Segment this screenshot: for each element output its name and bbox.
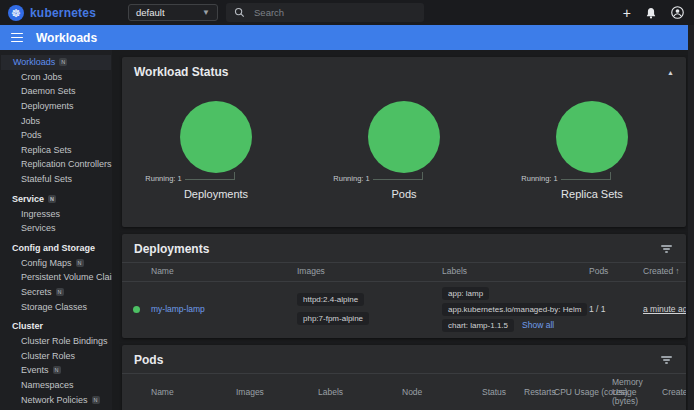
deployments-chart-title: Deployments [184, 188, 248, 200]
filter-icon[interactable] [659, 354, 674, 366]
col-restarts[interactable]: Restarts [524, 388, 554, 398]
deployment-name-link[interactable]: my-lamp-lamp [151, 304, 205, 314]
sidebar-item-replica-sets[interactable]: Replica Sets [0, 143, 112, 158]
created-timestamp: a minute ago [643, 304, 686, 314]
sidebar-item-config-maps[interactable]: Config Maps N [0, 256, 112, 271]
col-created[interactable]: Created↑ [662, 388, 686, 398]
sidebar-item-deployments[interactable]: Deployments [0, 99, 112, 114]
deployments-table-header: Name Images Labels Pods Created↑ [122, 262, 686, 282]
pods-ratio: 1 / 1 [589, 304, 643, 314]
col-cpu-usage[interactable]: CPU Usage (cores) [554, 388, 612, 398]
sort-ascending-icon: ↑ [675, 266, 679, 276]
namespaced-badge: N [53, 366, 61, 374]
filter-icon[interactable] [659, 243, 674, 255]
deployments-card: Deployments Name Images Labels Pods Crea… [122, 234, 686, 338]
page-toolbar: Workloads [0, 25, 688, 50]
col-images[interactable]: Images [236, 388, 318, 398]
sidebar-item-events[interactable]: Events N [0, 363, 112, 378]
col-images[interactable]: Images [297, 267, 442, 277]
namespaced-badge: N [76, 259, 84, 267]
col-node[interactable]: Node [402, 388, 482, 398]
label-chip: chart: lamp-1.1.5 [442, 319, 514, 332]
pods-card-title: Pods [134, 353, 163, 367]
sidebar-item-persistent-volume-claims[interactable]: Persistent Volume Claims N [0, 270, 112, 285]
deployments-status-label: Running: 1 [145, 174, 181, 183]
search-icon [234, 7, 245, 18]
label-chip: app: lamp [442, 287, 489, 300]
connector-line [185, 172, 235, 180]
col-memory-usage[interactable]: Memory Usage (bytes) [612, 378, 662, 407]
main-content: Workload Status ▲ Running: 1 Deployments… [112, 50, 694, 410]
deployments-pie [180, 101, 252, 173]
namespace-selector[interactable]: default ▼ [128, 4, 218, 21]
namespaced-badge: N [56, 288, 64, 296]
sidebar-item-secrets[interactable]: Secrets N [0, 285, 112, 300]
sidebar-item-cluster-roles[interactable]: Cluster Roles [0, 349, 112, 364]
kubernetes-logo-icon[interactable]: ☸ [8, 5, 24, 21]
namespaced-badge: N [48, 195, 56, 203]
show-all-link[interactable]: Show all [522, 320, 554, 330]
workload-status-card: Workload Status ▲ Running: 1 Deployments… [122, 57, 686, 227]
notifications-bell-icon[interactable] [645, 7, 657, 19]
namespaced-badge: N [92, 396, 100, 404]
label-chip: app.kubernetes.io/managed-by: Helm [442, 303, 587, 316]
sidebar-nav: Workloads N Cron Jobs Daemon Sets Deploy… [0, 50, 112, 410]
status-dot-running [133, 306, 140, 313]
user-account-icon[interactable] [671, 6, 684, 19]
image-chip: php:7-fpm-alpine [297, 312, 369, 325]
create-resource-plus-icon[interactable]: + [623, 8, 631, 18]
col-name[interactable]: Name [151, 267, 297, 277]
deployments-card-title: Deployments [134, 242, 209, 256]
pods-card: Pods Name Images Labels Node Status Rest… [122, 345, 686, 410]
image-chip: httpd:2.4-alpine [297, 293, 364, 306]
collapse-caret-icon[interactable]: ▲ [667, 69, 674, 76]
sidebar-item-workloads[interactable]: Workloads N [1, 55, 111, 70]
sidebar-item-daemon-sets[interactable]: Daemon Sets [0, 84, 112, 99]
pods-pie-chart: Running: 1 Pods [310, 101, 498, 200]
namespace-selected-value: default [136, 7, 165, 18]
pods-chart-title: Pods [391, 188, 416, 200]
sidebar-item-replication-controllers[interactable]: Replication Controllers [0, 157, 112, 172]
sidebar-item-pods[interactable]: Pods [0, 128, 112, 143]
workload-status-title: Workload Status [134, 65, 228, 79]
sidebar-item-network-policies[interactable]: Network Policies N [0, 392, 112, 407]
connector-line [561, 172, 611, 180]
col-labels[interactable]: Labels [318, 388, 402, 398]
sidebar-item-service[interactable]: Service N [0, 191, 112, 206]
replica-sets-status-label: Running: 1 [521, 174, 557, 183]
brand-title[interactable]: kubernetes [30, 6, 96, 20]
menu-hamburger-icon[interactable] [11, 33, 23, 43]
col-created[interactable]: Created↑ [643, 267, 686, 277]
top-app-bar: ☸ kubernetes default ▼ + [0, 0, 694, 25]
sidebar-item-cluster-role-bindings[interactable]: Cluster Role Bindings [0, 334, 112, 349]
col-name[interactable]: Name [151, 388, 236, 398]
sidebar-item-ingresses[interactable]: Ingresses [0, 206, 112, 221]
replica-sets-pie [556, 101, 628, 173]
replica-sets-chart-title: Replica Sets [561, 188, 623, 200]
search-bar[interactable] [226, 3, 424, 22]
sidebar-item-stateful-sets[interactable]: Stateful Sets [0, 172, 112, 187]
sidebar-item-jobs[interactable]: Jobs [0, 113, 112, 128]
sidebar-item-services[interactable]: Services [0, 221, 112, 236]
sidebar-item-storage-classes[interactable]: Storage Classes [0, 299, 112, 314]
pods-table-header: Name Images Labels Node Status Restarts … [122, 373, 686, 410]
deployments-pie-chart: Running: 1 Deployments [122, 101, 310, 200]
pods-status-label: Running: 1 [333, 174, 369, 183]
replica-sets-pie-chart: Running: 1 Replica Sets [498, 101, 686, 200]
page-title: Workloads [36, 31, 97, 45]
sidebar-item-cron-jobs[interactable]: Cron Jobs [0, 70, 112, 85]
col-labels[interactable]: Labels [442, 267, 589, 277]
dropdown-caret-icon: ▼ [202, 8, 210, 17]
page-scrollbar[interactable] [688, 25, 694, 410]
sidebar-section-config-and-storage: Config and Storage [0, 241, 112, 256]
namespaced-badge: N [59, 58, 67, 66]
col-status[interactable]: Status [482, 388, 524, 398]
sidebar-section-cluster: Cluster [0, 319, 112, 334]
connector-line [373, 172, 423, 180]
search-input[interactable] [254, 7, 416, 18]
deployment-row[interactable]: my-lamp-lamp httpd:2.4-alpine php:7-fpm-… [122, 282, 686, 338]
pods-pie [368, 101, 440, 173]
col-pods[interactable]: Pods [589, 267, 643, 277]
sidebar-item-namespaces[interactable]: Namespaces [0, 378, 112, 393]
